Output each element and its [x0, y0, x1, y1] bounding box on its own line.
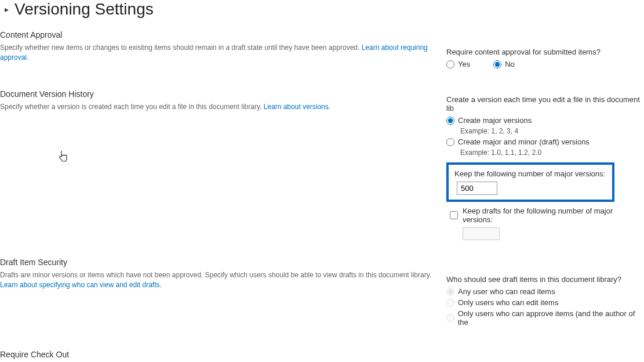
section-checkout: Require Check Out Specify whether users …: [0, 350, 644, 362]
radio-minor-versions[interactable]: Create major and minor (draft) versions: [446, 137, 643, 146]
radio-draft-approve: Only users who can approve items (and th…: [446, 309, 643, 327]
section-content-approval: Content Approval Specify whether new ite…: [0, 30, 644, 72]
link-about-versions[interactable]: Learn about versions.: [264, 103, 330, 111]
input-keep-major[interactable]: [457, 182, 497, 195]
radio-draft-edit: Only users who can edit items: [446, 298, 643, 307]
heading-version-history: Document Version History: [0, 89, 446, 99]
radio-major-versions-input[interactable]: [446, 117, 454, 125]
radio-major-versions[interactable]: Create major versions: [446, 116, 643, 125]
label-create-version: Create a version each time you edit a fi…: [446, 95, 643, 113]
page-title-row: ▸ Versioning Settings: [0, 0, 644, 30]
radio-approval-no[interactable]: No: [493, 60, 515, 68]
radio-approval-no-input[interactable]: [493, 60, 501, 68]
page-title: Versioning Settings: [14, 0, 154, 19]
heading-draft-security: Draft Item Security: [0, 258, 446, 267]
radio-draft-any-label: Any user who can read items: [458, 287, 555, 296]
radio-approval-yes[interactable]: Yes: [446, 60, 470, 68]
radio-draft-approve-input: [446, 314, 454, 322]
radio-minor-versions-input[interactable]: [446, 138, 454, 146]
desc-version-history: Specify whether a version is created eac…: [0, 102, 446, 112]
row-keep-drafts: Keep drafts for the following number of …: [450, 207, 643, 224]
desc-draft-security: Drafts are minor versions or items which…: [0, 270, 446, 290]
desc-draft-security-text: Drafts are minor versions or items which…: [0, 271, 431, 279]
radio-minor-versions-label: Create major and minor (draft) versions: [458, 137, 590, 146]
radio-draft-any-input: [446, 288, 454, 296]
checkbox-keep-drafts[interactable]: [450, 211, 458, 219]
radio-approval-no-label: No: [505, 60, 515, 68]
radio-draft-edit-label: Only users who can edit items: [458, 298, 558, 307]
radio-draft-any: Any user who can read items: [446, 287, 643, 296]
example-minor: Example: 1.0, 1.1, 1.2, 2.0: [460, 149, 643, 157]
example-major: Example: 1, 2, 3, 4: [460, 127, 643, 135]
desc-content-approval-text: Specify whether new items or changes to …: [0, 44, 362, 52]
desc-version-history-text: Specify whether a version is created eac…: [0, 103, 264, 111]
radio-draft-approve-label: Only users who can approve items (and th…: [458, 309, 643, 327]
link-draft-security[interactable]: Learn about specifying who can view and …: [0, 281, 162, 289]
section-version-history: Document Version History Specify whether…: [0, 89, 644, 240]
heading-content-approval: Content Approval: [0, 30, 446, 39]
radio-approval-yes-input[interactable]: [446, 60, 454, 68]
section-draft-security: Draft Item Security Drafts are minor ver…: [0, 258, 644, 332]
heading-checkout: Require Check Out: [0, 350, 446, 359]
caret-right-icon: ▸: [5, 5, 9, 14]
radio-draft-edit-input: [446, 299, 454, 307]
label-require-approval: Require content approval for submitted i…: [446, 48, 643, 56]
radio-major-versions-label: Create major versions: [458, 116, 532, 125]
label-who-see-drafts: Who should see draft items in this docum…: [446, 275, 643, 284]
highlight-keep-major: Keep the following number of major versi…: [446, 162, 614, 202]
desc-content-approval: Specify whether new items or changes to …: [0, 43, 446, 63]
radio-approval-yes-label: Yes: [458, 60, 470, 68]
input-keep-drafts-disabled: [463, 227, 500, 240]
label-keep-major: Keep the following number of major versi…: [454, 169, 606, 178]
label-keep-drafts: Keep drafts for the following number of …: [463, 207, 643, 224]
